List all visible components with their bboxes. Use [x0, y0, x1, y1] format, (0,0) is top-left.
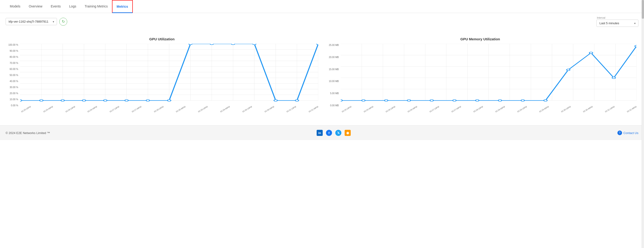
scrollbar-thumb[interactable]: [642, 0, 644, 19]
svg-point-73: [635, 45, 636, 47]
svg-point-64: [430, 100, 433, 101]
charts-area: GPU Utilization: [0, 30, 644, 125]
svg-point-62: [384, 100, 388, 101]
gpu-util-title: GPU Utilization: [6, 37, 318, 41]
footer-copyright: © 2024 E2E Networks Limited ™: [6, 131, 50, 135]
nav-item-events[interactable]: Events: [47, 0, 65, 13]
svg-point-31: [146, 100, 150, 101]
nav-bar: Models Overview Events Logs Training Met…: [0, 0, 644, 13]
gpu-mem-y-labels: 25.00 MB 20.00 MB 15.00 MB 10.00 MB 5.00…: [324, 44, 340, 107]
svg-point-68: [521, 100, 524, 101]
svg-point-30: [125, 100, 128, 101]
svg-point-32: [168, 100, 171, 101]
svg-point-67: [498, 100, 502, 101]
nav-item-metrics[interactable]: Metrics: [112, 0, 133, 13]
svg-point-27: [61, 100, 64, 101]
svg-point-25: [20, 100, 22, 101]
version-dropdown-wrapper: kfp-ver-1162-shq7l-78897911: [6, 18, 57, 25]
nav-item-overview[interactable]: Overview: [24, 0, 46, 13]
svg-point-70: [566, 69, 570, 71]
svg-point-61: [362, 100, 365, 101]
contact-us-link[interactable]: ? Contact Us: [618, 131, 638, 135]
facebook-icon[interactable]: f: [326, 130, 332, 136]
interval-label: Interval: [596, 16, 638, 19]
gpu-util-svg: [20, 44, 318, 107]
gpu-util-x-labels: 02:25:19PM 02:25:49PM 02:26:19PM 02:26:4…: [20, 107, 318, 118]
gpu-mem-chart-container: GPU Memory Utilization: [322, 35, 640, 121]
svg-point-69: [544, 100, 547, 101]
gpu-mem-x-labels: 02:25:19PM 02:25:49PM 02:26:19PM 02:26:4…: [341, 107, 636, 118]
svg-point-36: [253, 44, 256, 45]
gpu-mem-title: GPU Memory Utilization: [324, 37, 636, 41]
svg-point-39: [317, 44, 318, 45]
svg-point-63: [407, 100, 410, 101]
svg-point-28: [82, 100, 86, 101]
toolbar-left: kfp-ver-1162-shq7l-78897911 ↻: [6, 18, 67, 26]
rss-icon[interactable]: ◉: [345, 130, 351, 136]
gpu-util-chart-container: GPU Utilization: [4, 35, 322, 121]
svg-point-65: [453, 100, 456, 101]
twitter-icon[interactable]: 𝕏: [335, 130, 341, 136]
svg-point-34: [210, 44, 214, 45]
svg-point-66: [476, 100, 479, 101]
contact-us-label: Contact Us: [624, 131, 638, 135]
svg-point-60: [341, 100, 342, 101]
scrollbar[interactable]: [642, 0, 644, 140]
svg-point-38: [295, 100, 299, 101]
refresh-button[interactable]: ↻: [59, 18, 67, 26]
gpu-mem-chart-wrap: 25.00 MB 20.00 MB 15.00 MB 10.00 MB 5.00…: [324, 44, 636, 118]
version-select[interactable]: kfp-ver-1162-shq7l-78897911: [6, 18, 57, 25]
svg-point-33: [189, 44, 192, 45]
svg-point-37: [274, 100, 278, 101]
svg-point-71: [590, 52, 593, 54]
toolbar-right: Interval Last 5 minutesLast 15 minutesLa…: [596, 16, 638, 27]
gpu-util-y-labels: 100.00 % 90.00 % 80.00 % 70.00 % 60.00 %…: [6, 44, 20, 107]
nav-item-logs[interactable]: Logs: [65, 0, 80, 13]
footer-social-icons: in f 𝕏 ◉: [317, 130, 351, 136]
nav-item-models[interactable]: Models: [6, 0, 24, 13]
svg-point-29: [104, 100, 107, 101]
toolbar: kfp-ver-1162-shq7l-78897911 ↻ Interval L…: [0, 13, 644, 30]
svg-point-35: [232, 44, 235, 45]
svg-point-72: [612, 77, 615, 79]
linkedin-icon[interactable]: in: [317, 130, 323, 136]
gpu-util-chart-wrap: 100.00 % 90.00 % 80.00 % 70.00 % 60.00 %…: [6, 44, 318, 118]
svg-point-26: [40, 100, 43, 101]
interval-select[interactable]: Last 5 minutesLast 15 minutesLast 30 min…: [596, 19, 638, 27]
footer: © 2024 E2E Networks Limited ™ in f 𝕏 ◉ ?…: [0, 125, 644, 140]
nav-item-training-metrics[interactable]: Training Metrics: [80, 0, 112, 13]
contact-icon: ?: [618, 131, 622, 135]
interval-dropdown-wrapper: Last 5 minutesLast 15 minutesLast 30 min…: [596, 19, 638, 27]
interval-group: Interval Last 5 minutesLast 15 minutesLa…: [596, 16, 638, 27]
gpu-mem-svg: [341, 44, 636, 107]
